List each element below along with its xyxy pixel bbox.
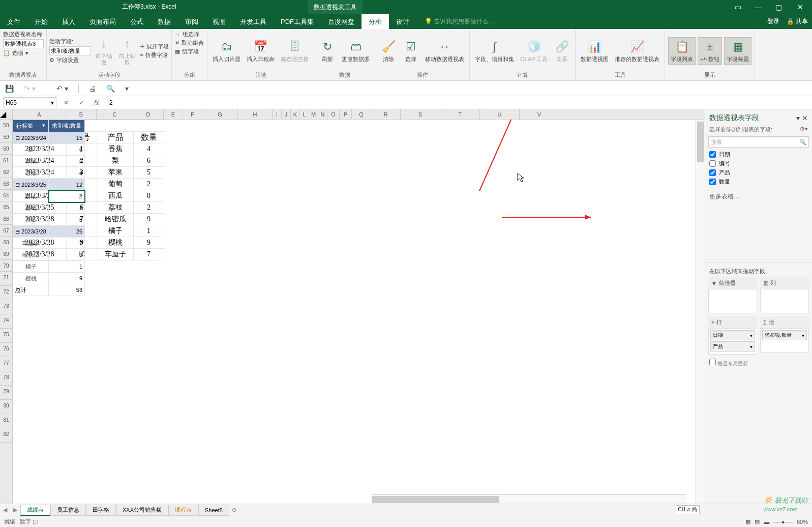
group-selection-button[interactable]: → 组选择: [175, 31, 204, 38]
col-header[interactable]: Q: [352, 109, 371, 119]
tab-文件[interactable]: 文件: [0, 14, 27, 29]
minimize-icon[interactable]: —: [748, 0, 768, 14]
redo-icon[interactable]: ↷ ▾: [24, 84, 36, 93]
field-headers-button[interactable]: ▦字段标题: [724, 37, 751, 64]
cancel-icon[interactable]: ✕: [61, 99, 72, 106]
tab-开始[interactable]: 开始: [27, 14, 55, 29]
more-tables-link[interactable]: 更多表格…: [709, 192, 808, 201]
field-checkbox-编号[interactable]: 编号: [709, 160, 808, 167]
col-header[interactable]: F: [183, 109, 202, 119]
col-header[interactable]: R: [371, 109, 401, 119]
tab-插入[interactable]: 插入: [55, 14, 82, 29]
olap-button[interactable]: 🧊OLAP 工具: [518, 38, 550, 64]
tab-公式[interactable]: 公式: [123, 14, 151, 29]
select-all-corner[interactable]: ◢: [0, 109, 13, 120]
move-pt-button[interactable]: ↔移动数据透视表: [423, 38, 466, 64]
close-icon[interactable]: ✕: [789, 0, 812, 14]
row-header[interactable]: 79: [0, 386, 12, 400]
row-header[interactable]: 58: [0, 120, 12, 131]
field-settings-button[interactable]: ⚙ 字段设置: [49, 56, 91, 64]
refresh-button[interactable]: ↻刷新: [317, 38, 338, 64]
login-link[interactable]: 登录: [767, 17, 779, 26]
row-header[interactable]: 74: [0, 314, 12, 329]
row-header[interactable]: 70: [0, 260, 12, 272]
row-header[interactable]: 65: [0, 201, 12, 213]
pt-options-button[interactable]: 📋 选项 ▾: [3, 49, 43, 57]
undo-icon[interactable]: ↶ ▾: [56, 84, 68, 93]
field-checkbox-数量[interactable]: 数量: [709, 178, 808, 186]
share-link[interactable]: 🔒 共享: [787, 17, 808, 26]
record-macro-icon[interactable]: ▢: [33, 518, 38, 524]
ungroup-button[interactable]: ✕ 取消组合: [175, 39, 204, 47]
defer-layout-checkbox[interactable]: [709, 359, 716, 365]
insert-timeline-button[interactable]: 📅插入日程表: [245, 38, 277, 64]
col-header[interactable]: U: [480, 109, 520, 119]
col-header[interactable]: V: [520, 109, 559, 119]
pane-close-icon[interactable]: ▾ ✕: [796, 114, 808, 122]
col-header[interactable]: B: [66, 109, 97, 119]
col-header[interactable]: D: [133, 109, 164, 119]
row-header[interactable]: 80: [0, 400, 12, 414]
fx-icon[interactable]: fx: [91, 99, 102, 106]
row-header[interactable]: 62: [0, 166, 12, 178]
view-page-icon[interactable]: ▤: [755, 518, 760, 525]
change-source-button[interactable]: 🗃更改数据源: [340, 38, 372, 64]
col-header[interactable]: H: [238, 109, 273, 119]
filter-area[interactable]: [708, 289, 757, 313]
sheet-tab-员工信息[interactable]: 员工信息: [50, 505, 86, 516]
row-header[interactable]: 59: [0, 131, 12, 143]
drilldown-button[interactable]: ↓向下钻取: [93, 35, 114, 67]
val-area[interactable]: 求和项:数量▾: [760, 328, 809, 353]
row-header[interactable]: 66: [0, 213, 12, 225]
chip-求和项:数量[interactable]: 求和项:数量▾: [762, 330, 807, 340]
row-area[interactable]: 日期▾产品▾: [708, 328, 757, 355]
col-header[interactable]: N: [318, 109, 327, 119]
tab-开发工具[interactable]: 开发工具: [233, 14, 274, 29]
sheet-tab-田字格[interactable]: 田字格: [86, 505, 116, 516]
relations-button[interactable]: 🔗关系: [552, 38, 572, 64]
zoom-level[interactable]: 80%: [797, 519, 808, 525]
formula-input[interactable]: 2: [106, 99, 812, 106]
preview-icon[interactable]: 🔍: [106, 84, 115, 93]
row-header[interactable]: 75: [0, 329, 12, 343]
sheet-tab-成绩表[interactable]: 成绩表: [20, 505, 50, 516]
collapse-field-button[interactable]: ━ 折叠字段: [140, 51, 169, 59]
chip-产品[interactable]: 产品▾: [710, 341, 755, 352]
view-break-icon[interactable]: ▬: [764, 519, 769, 525]
col-header[interactable]: G: [202, 109, 238, 119]
col-header[interactable]: S: [401, 109, 440, 119]
horizontal-scrollbar[interactable]: [371, 494, 686, 504]
expand-field-button[interactable]: ✛ 展开字段: [140, 43, 169, 50]
field-checkbox-产品[interactable]: 产品: [709, 169, 808, 177]
row-header[interactable]: 81: [0, 414, 12, 428]
clear-button[interactable]: 🧹清除: [378, 38, 399, 64]
col-area[interactable]: [760, 289, 809, 313]
tab-设计[interactable]: 设计: [389, 14, 416, 29]
col-header[interactable]: M: [309, 109, 318, 119]
enter-icon[interactable]: ✓: [76, 99, 87, 106]
vertical-scrollbar[interactable]: [696, 120, 705, 504]
sheet-tab-XXX公司销售额[interactable]: XXX公司销售额: [116, 505, 168, 516]
pane-gear-icon[interactable]: ⚙▾: [800, 126, 808, 133]
col-header[interactable]: T: [440, 109, 480, 119]
row-header[interactable]: 69: [0, 248, 12, 260]
row-header[interactable]: 64: [0, 190, 12, 201]
col-header[interactable]: P: [340, 109, 352, 119]
tab-数据[interactable]: 数据: [151, 14, 178, 29]
sheet-tab-Sheet5[interactable]: Sheet5: [198, 505, 229, 516]
tab-页面布局[interactable]: 页面布局: [82, 14, 123, 29]
pt-name-input[interactable]: [3, 39, 44, 48]
new-sheet-button[interactable]: ⊕: [229, 507, 239, 513]
select-button[interactable]: ☑选择: [401, 38, 421, 64]
row-header[interactable]: 60: [0, 143, 12, 155]
col-header[interactable]: O: [327, 109, 340, 119]
tab-审阅[interactable]: 审阅: [178, 14, 205, 29]
row-header[interactable]: 78: [0, 371, 12, 386]
tab-nav-prev[interactable]: ◀: [0, 507, 10, 513]
col-header[interactable]: C: [97, 109, 133, 119]
row-header[interactable]: 67: [0, 225, 12, 237]
col-header[interactable]: J: [282, 109, 291, 119]
tab-视图[interactable]: 视图: [205, 14, 233, 29]
print-icon[interactable]: 🖨: [89, 84, 96, 93]
col-header[interactable]: A: [13, 109, 66, 119]
